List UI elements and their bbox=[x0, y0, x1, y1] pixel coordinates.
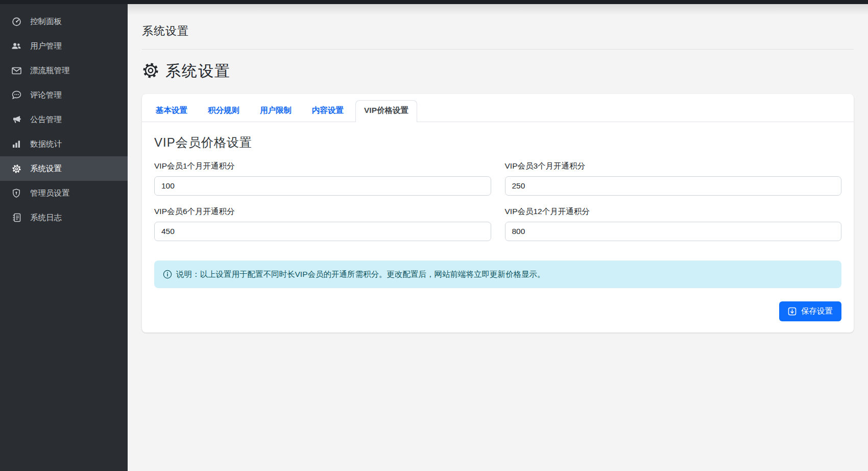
panel-heading: VIP会员价格设置 bbox=[154, 134, 845, 151]
sidebar-item-dashboard[interactable]: 控制面板 bbox=[0, 9, 128, 34]
field-label: VIP会员6个月开通积分 bbox=[154, 206, 491, 217]
section-header: 系统设置 bbox=[142, 61, 854, 82]
bar-chart-icon bbox=[11, 139, 21, 149]
vip-1month-input[interactable] bbox=[154, 176, 491, 196]
form-actions: 保存设置 bbox=[151, 301, 841, 321]
save-icon bbox=[788, 307, 797, 316]
tab-vip-price-settings[interactable]: VIP价格设置 bbox=[355, 100, 417, 122]
sidebar-item-label: 漂流瓶管理 bbox=[30, 65, 70, 76]
save-settings-button[interactable]: 保存设置 bbox=[779, 301, 841, 321]
sidebar-item-logs[interactable]: 系统日志 bbox=[0, 205, 128, 230]
sidebar-item-label: 管理员设置 bbox=[30, 188, 70, 199]
gear-icon bbox=[142, 62, 159, 81]
sidebar-item-users[interactable]: 用户管理 bbox=[0, 34, 128, 58]
users-icon bbox=[11, 41, 21, 51]
tab-user-limits[interactable]: 用户限制 bbox=[251, 100, 300, 122]
info-circle-icon bbox=[163, 270, 172, 279]
comment-icon bbox=[11, 90, 21, 100]
main-content: 系统设置 系统设置 基本设置 积分规则 用户限制 内容设置 VIP价格设置 VI… bbox=[128, 4, 868, 471]
sidebar-item-label: 数据统计 bbox=[30, 139, 62, 150]
sidebar-item-admin[interactable]: 管理员设置 bbox=[0, 181, 128, 205]
gear-icon bbox=[11, 164, 21, 173]
section-title: 系统设置 bbox=[165, 61, 231, 82]
sidebar-item-label: 评论管理 bbox=[30, 90, 62, 101]
tab-points-rules[interactable]: 积分规则 bbox=[199, 100, 248, 122]
speedometer-icon bbox=[11, 17, 21, 26]
field-vip-6month: VIP会员6个月开通积分 bbox=[154, 206, 491, 241]
sidebar-item-statistics[interactable]: 数据统计 bbox=[0, 132, 128, 156]
field-label: VIP会员12个月开通积分 bbox=[505, 206, 842, 217]
sidebar-item-label: 系统设置 bbox=[30, 163, 62, 174]
field-vip-3month: VIP会员3个月开通积分 bbox=[505, 161, 842, 196]
info-alert-text: 说明：以上设置用于配置不同时长VIP会员的开通所需积分。更改配置后，网站前端将立… bbox=[176, 269, 545, 280]
megaphone-icon bbox=[11, 115, 21, 124]
sidebar: 控制面板 用户管理 漂流瓶管理 评论管理 公告管理 数据统计 系统设置 bbox=[0, 0, 128, 471]
info-alert: 说明：以上设置用于配置不同时长VIP会员的开通所需积分。更改配置后，网站前端将立… bbox=[154, 261, 841, 288]
field-vip-1month: VIP会员1个月开通积分 bbox=[154, 161, 491, 196]
sidebar-item-label: 用户管理 bbox=[30, 41, 62, 52]
vip-6month-input[interactable] bbox=[154, 222, 491, 241]
envelope-icon bbox=[11, 66, 21, 75]
tab-basic-settings[interactable]: 基本设置 bbox=[147, 100, 196, 122]
sidebar-item-bottles[interactable]: 漂流瓶管理 bbox=[0, 58, 128, 83]
sidebar-item-settings[interactable]: 系统设置 bbox=[0, 156, 128, 181]
sidebar-item-label: 系统日志 bbox=[30, 213, 62, 223]
settings-tabs: 基本设置 积分规则 用户限制 内容设置 VIP价格设置 bbox=[142, 94, 854, 122]
top-navbar bbox=[0, 0, 868, 4]
vip-12month-input[interactable] bbox=[505, 222, 842, 241]
vip-price-form: VIP会员1个月开通积分 VIP会员3个月开通积分 VIP会员6个月开通积分 V… bbox=[151, 161, 845, 241]
journal-icon bbox=[11, 213, 21, 222]
divider bbox=[142, 49, 854, 50]
page-title: 系统设置 bbox=[142, 23, 854, 39]
tab-content-settings[interactable]: 内容设置 bbox=[303, 100, 352, 122]
sidebar-item-comments[interactable]: 评论管理 bbox=[0, 83, 128, 107]
field-vip-12month: VIP会员12个月开通积分 bbox=[505, 206, 842, 241]
field-label: VIP会员3个月开通积分 bbox=[505, 161, 842, 172]
vip-3month-input[interactable] bbox=[505, 176, 842, 196]
sidebar-item-label: 公告管理 bbox=[30, 114, 62, 125]
field-label: VIP会员1个月开通积分 bbox=[154, 161, 491, 172]
shield-lock-icon bbox=[11, 189, 21, 198]
sidebar-item-announcements[interactable]: 公告管理 bbox=[0, 107, 128, 132]
save-button-label: 保存设置 bbox=[801, 306, 833, 317]
settings-card: 基本设置 积分规则 用户限制 内容设置 VIP价格设置 VIP会员价格设置 VI… bbox=[142, 94, 854, 333]
tab-panel-vip-prices: VIP会员价格设置 VIP会员1个月开通积分 VIP会员3个月开通积分 VIP会… bbox=[142, 122, 854, 333]
sidebar-item-label: 控制面板 bbox=[30, 16, 62, 27]
